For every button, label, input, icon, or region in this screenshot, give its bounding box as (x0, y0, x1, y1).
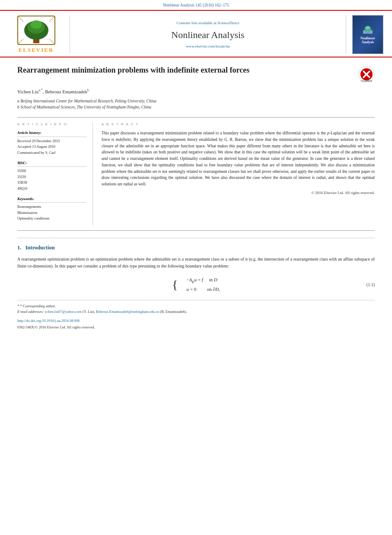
msc-label: MSC: (17, 160, 86, 167)
msc-code-4: 49Q10 (17, 186, 86, 192)
footer-divider (17, 300, 375, 300)
affiliation-b: b School of Mathematical Sciences, The U… (17, 104, 375, 110)
abstract-label: A B S T R A C T (102, 122, 375, 127)
msc-code-1: 35J60 (17, 168, 86, 174)
abstract-text: This paper discusses a rearrangement min… (102, 130, 375, 187)
history-label: Article history: (17, 130, 86, 137)
equation-brace: { (172, 279, 178, 291)
journal-cover-area: Nonlinear Analysis (351, 15, 385, 54)
article-history-group: Article history: Received 29 December 20… (17, 130, 86, 156)
received-date: Received 29 December 2015 (17, 138, 86, 144)
keyword-2: Minimization (17, 210, 86, 216)
equation-line-2: u = 0 on ∂D, (187, 286, 220, 293)
svg-line-7 (18, 39, 23, 45)
article-title-area: Rearrangement minimization problems with… (17, 65, 375, 83)
contents-label: Contents lists available at ScienceDirec… (177, 20, 239, 26)
section-divider (17, 238, 375, 238)
svg-line-5 (18, 16, 23, 22)
equation-lines: −Δpu = f in D u = 0 on ∂D, (187, 277, 220, 293)
email-behrouz[interactable]: Behrouz.Emamizadeh@nottingham.edu.cn (96, 309, 159, 314)
doi-area: http://dx.doi.org/10.1016/j.na.2016.08.0… (17, 318, 375, 324)
journal-title-header: Nonlinear Analysis (171, 29, 244, 42)
keyword-1: Rearrangements (17, 204, 86, 210)
affiliations: a Beijing International Center for Mathe… (17, 98, 375, 111)
elsevier-brand: ELSEVIER (19, 46, 54, 54)
copyright-text: © 2016 Elsevier Ltd. All rights reserved… (102, 190, 375, 196)
intro-body: A rearrangement optimization problem is … (17, 256, 375, 270)
communicated-by: Communicated by S. Carl (17, 150, 86, 156)
svg-point-3 (31, 20, 42, 29)
keywords-content: Rearrangements Minimization Optimality c… (17, 204, 86, 222)
msc-code-2: 35J20 (17, 174, 86, 180)
top-citation-bar: Nonlinear Analysis 145 (2016) 162–175 (0, 0, 392, 11)
author-yichen: Yichen Liua,*, Behrouz Emamizadehb (17, 89, 89, 94)
article-info-label: A R T I C L E I N F O (17, 122, 86, 127)
svg-rect-13 (367, 30, 369, 34)
doi-link[interactable]: http://dx.doi.org/10.1016/j.na.2016.08.0… (17, 318, 80, 323)
keywords-group: Keywords: Rearrangements Minimization Op… (17, 196, 86, 222)
msc-codes: 35J60 35J20 35B38 49Q10 (17, 168, 86, 191)
info-abstract-section: A R T I C L E I N F O Article history: R… (17, 117, 375, 231)
email-yichen[interactable]: ychen.liu07@yahoo.com (45, 309, 81, 314)
elsevier-logo-area: ELSEVIER (7, 15, 65, 54)
email-line: E-mail addresses: ychen.liu07@yahoo.com … (17, 309, 375, 315)
rights-text: 0362-546X/© 2016 Elsevier Ltd. All right… (17, 325, 95, 329)
elsevier-tree-icon (17, 15, 56, 45)
intro-heading: 1. Introduction (17, 244, 375, 252)
article-title: Rearrangement minimization problems with… (17, 65, 354, 75)
svg-line-8 (49, 39, 55, 45)
cover-journal-title: Nonlinear Analysis (360, 36, 375, 45)
abstract-col: A B S T R A C T This paper discusses a r… (102, 122, 375, 226)
section-title: Introduction (25, 245, 55, 251)
equation-area: { −Δpu = f in D u = 0 on ∂D, (1.1) (17, 277, 375, 293)
equation-box: { −Δpu = f in D u = 0 on ∂D, (172, 277, 220, 293)
cover-elsevier-icon (362, 25, 374, 35)
journal-center: Contents lists available at ScienceDirec… (70, 15, 346, 54)
equation-line-1: −Δpu = f in D (187, 277, 220, 284)
journal-header: ELSEVIER Contents lists available at Sci… (0, 11, 392, 57)
footer-text: * * Corresponding author. E-mail address… (17, 303, 375, 315)
section-number: 1. (17, 245, 21, 251)
svg-text:CrossMark: CrossMark (361, 80, 372, 82)
article-info-col: A R T I C L E I N F O Article history: R… (17, 122, 93, 226)
citation-text: Nonlinear Analysis 145 (2016) 162–175 (163, 3, 229, 7)
crossmark-icon: CrossMark (358, 66, 375, 83)
main-content: Rearrangement minimization problems with… (0, 57, 392, 339)
science-direct-link[interactable]: ScienceDirect (217, 21, 239, 25)
msc-group: MSC: 35J60 35J20 35B38 49Q10 (17, 160, 86, 192)
journal-cover-box: Nonlinear Analysis (352, 15, 383, 54)
rights-line: 0362-546X/© 2016 Elsevier Ltd. All right… (17, 324, 375, 331)
svg-point-12 (366, 26, 370, 29)
svg-line-6 (49, 16, 55, 22)
accepted-date: Accepted 13 August 2016 (17, 144, 86, 150)
authors-line: Yichen Liua,*, Behrouz Emamizadehb (17, 88, 375, 95)
keyword-3: Optimality conditions (17, 216, 86, 222)
equation-number: (1.1) (367, 282, 375, 288)
msc-code-3: 35B38 (17, 180, 86, 186)
history-content: Received 29 December 2015 Accepted 13 Au… (17, 138, 86, 156)
corresponding-author-note: * * Corresponding author. (17, 303, 375, 309)
keywords-label: Keywords: (17, 196, 86, 203)
journal-url[interactable]: www.elsevier.com/locate/na (186, 44, 229, 49)
affiliation-a: a Beijing International Center for Mathe… (17, 98, 375, 104)
